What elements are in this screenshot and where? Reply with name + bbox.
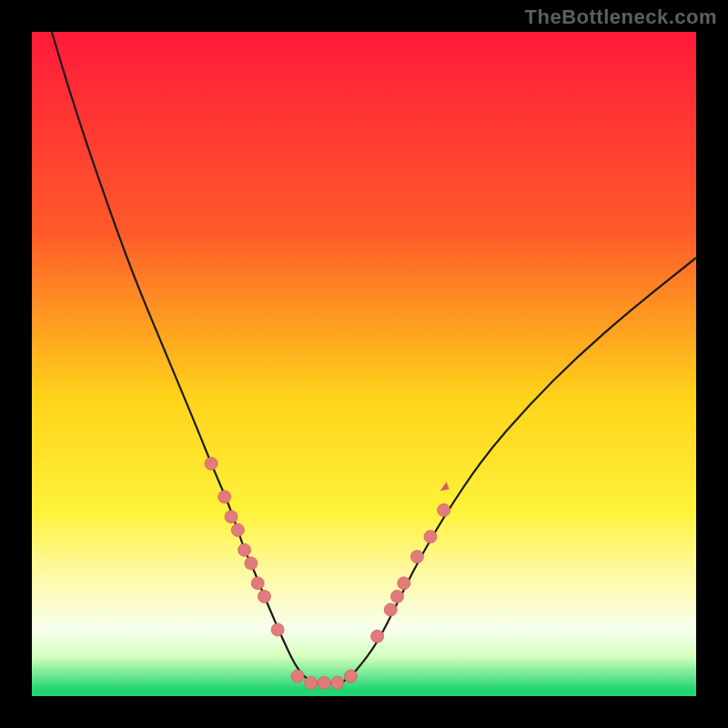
data-dot (391, 591, 404, 603)
data-dot (258, 591, 271, 603)
bottleneck-svg (32, 32, 696, 696)
data-dot (424, 531, 437, 543)
data-dot (245, 557, 258, 570)
data-dot (225, 511, 238, 523)
data-dot (438, 504, 450, 517)
plot-area (32, 32, 696, 696)
data-dot (305, 676, 318, 689)
data-dot (251, 577, 264, 590)
data-dot (331, 676, 344, 689)
data-dot (218, 490, 231, 503)
data-dot (371, 630, 384, 642)
data-dot (410, 551, 423, 563)
watermark-text: TheBottleneck.com (525, 5, 717, 29)
arrow-icon (440, 481, 450, 490)
data-dot (231, 524, 244, 537)
bottleneck-curve (52, 32, 696, 682)
data-dot (344, 670, 357, 682)
data-dot (398, 577, 410, 590)
chart-frame: TheBottleneck.com (0, 0, 728, 728)
data-dot (291, 670, 304, 682)
data-dot (271, 623, 284, 636)
arrow-marker (440, 481, 450, 490)
data-dot (318, 676, 330, 689)
data-dot (384, 603, 397, 616)
data-dot (238, 543, 251, 556)
data-dot (205, 458, 217, 470)
